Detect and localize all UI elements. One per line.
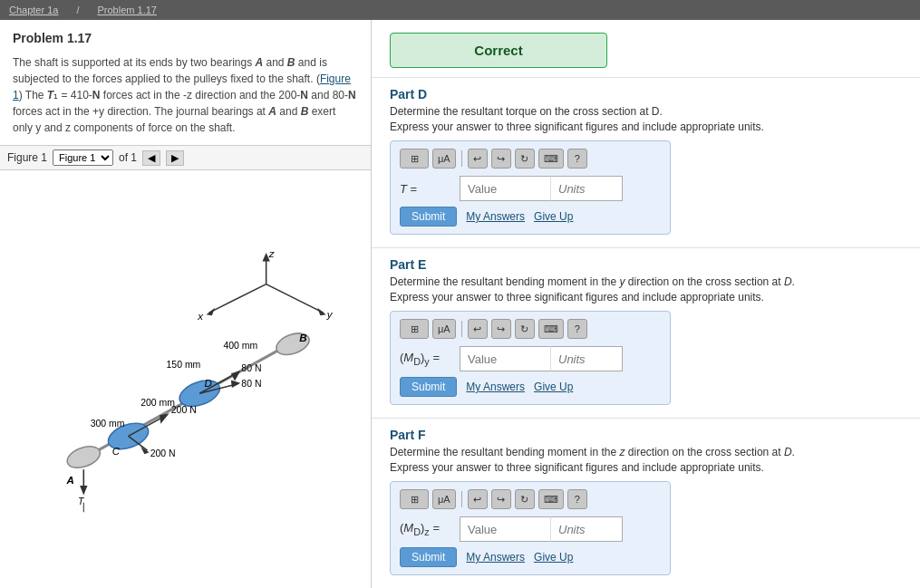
part-e-subtitle: Determine the resultant bending moment i… <box>390 275 902 288</box>
part-d-help-btn[interactable]: ? <box>567 149 587 169</box>
part-f-my-answers-link[interactable]: My Answers <box>466 551 525 564</box>
part-d-value-input[interactable] <box>460 176 550 201</box>
svg-text:200 N: 200 N <box>171 405 197 415</box>
breadcrumb-chapter[interactable]: Chapter 1a <box>9 5 58 15</box>
left-panel: Problem 1.17 The shaft is supported at i… <box>0 20 372 588</box>
part-f-title: Part F <box>390 428 902 442</box>
part-d-subtitle: Determine the resultant torque on the cr… <box>390 105 902 118</box>
part-e-help-btn[interactable]: ? <box>567 319 587 339</box>
part-e-sep1 <box>461 321 462 337</box>
part-f-units-input[interactable] <box>550 516 623 542</box>
part-e-mu-btn[interactable]: μA <box>432 319 456 339</box>
part-e-units-input[interactable] <box>550 346 623 371</box>
svg-marker-30 <box>231 381 240 388</box>
part-e-give-up-link[interactable]: Give Up <box>534 381 573 393</box>
svg-marker-27 <box>231 371 240 381</box>
svg-text:300 mm: 300 mm <box>91 419 125 429</box>
svg-line-6 <box>209 284 266 313</box>
part-e-label: (MD)y = <box>400 351 454 367</box>
part-f-answer-box: ⊞ μA ↩ ↪ ↻ ⌨ ? (MD)z = Submit My Answers <box>390 481 671 575</box>
part-f-matrix-btn[interactable]: ⊞ <box>400 489 429 509</box>
part-f-section: Part F Determine the resultant bending m… <box>372 418 920 588</box>
part-d-toolbar: ⊞ μA ↩ ↪ ↻ ⌨ ? <box>400 149 661 169</box>
part-e-action-row: Submit My Answers Give Up <box>400 377 661 397</box>
part-e-matrix-btn[interactable]: ⊞ <box>400 319 429 339</box>
part-d-undo-btn[interactable]: ↩ <box>468 149 488 169</box>
figure-next-btn[interactable]: ▶ <box>166 150 184 166</box>
svg-line-3 <box>266 284 324 313</box>
part-f-refresh-btn[interactable]: ↻ <box>515 489 535 509</box>
part-d-input-row: T = <box>400 176 661 201</box>
part-d-give-up-link[interactable]: Give Up <box>534 210 573 223</box>
svg-point-10 <box>64 442 103 472</box>
part-f-give-up-link[interactable]: Give Up <box>534 551 573 564</box>
figure-prev-btn[interactable]: ◀ <box>142 150 160 166</box>
part-e-refresh-btn[interactable]: ↻ <box>515 319 535 339</box>
figure-select[interactable]: Figure 1 <box>53 149 113 166</box>
part-f-subtitle: Determine the resultant bending moment i… <box>390 446 902 458</box>
part-e-title: Part E <box>390 257 902 272</box>
part-e-my-answers-link[interactable]: My Answers <box>466 381 525 393</box>
part-e-toolbar: ⊞ μA ↩ ↪ ↻ ⌨ ? <box>400 319 661 339</box>
part-d-my-answers-link[interactable]: My Answers <box>466 210 525 223</box>
part-d-label: T = <box>400 182 454 196</box>
part-d-title: Part D <box>390 87 902 101</box>
part-f-help-btn[interactable]: ? <box>567 489 587 509</box>
figure-panel: Figure 1 Figure 1 of 1 ◀ ▶ z <box>0 145 371 588</box>
part-d-mu-btn[interactable]: μA <box>432 149 456 169</box>
svg-text:x: x <box>197 311 204 322</box>
svg-text:C: C <box>112 446 121 457</box>
part-d-keyboard-btn[interactable]: ⌨ <box>538 149 564 169</box>
svg-text:A: A <box>65 475 73 486</box>
svg-text:200 N: 200 N <box>150 448 176 458</box>
svg-text:y: y <box>326 309 334 320</box>
part-d-matrix-btn[interactable]: ⊞ <box>400 149 429 169</box>
part-f-submit-btn[interactable]: Submit <box>400 547 457 567</box>
part-f-label: (MD)z = <box>400 521 454 537</box>
problem-description: The shaft is supported at its ends by tw… <box>0 51 371 145</box>
svg-text:200 mm: 200 mm <box>140 398 175 408</box>
part-f-redo-btn[interactable]: ↪ <box>491 489 511 509</box>
part-f-undo-btn[interactable]: ↩ <box>468 489 488 509</box>
breadcrumb-problem[interactable]: Problem 1.17 <box>98 5 157 15</box>
part-f-sep1 <box>461 491 462 507</box>
svg-text:150 mm: 150 mm <box>167 360 201 370</box>
correct-banner: Correct <box>390 33 607 68</box>
part-f-action-row: Submit My Answers Give Up <box>400 547 661 567</box>
part-e-section: Part E Determine the resultant bending m… <box>372 247 920 418</box>
part-f-keyboard-btn[interactable]: ⌨ <box>538 489 564 509</box>
svg-marker-7 <box>207 308 215 315</box>
part-d-section: Part D Determine the resultant torque on… <box>372 77 920 247</box>
part-e-redo-btn[interactable]: ↪ <box>491 319 511 339</box>
svg-text:80 N: 80 N <box>241 363 261 373</box>
part-e-value-input[interactable] <box>460 346 550 371</box>
part-e-undo-btn[interactable]: ↩ <box>468 319 488 339</box>
part-f-mu-btn[interactable]: μA <box>432 489 456 509</box>
breadcrumb-separator: / <box>76 5 79 15</box>
part-f-value-input[interactable] <box>460 516 550 542</box>
svg-marker-13 <box>80 486 87 495</box>
figure-of-label: of 1 <box>119 151 137 164</box>
part-d-units-input[interactable] <box>550 176 623 201</box>
part-d-instruction: Express your answer to three significant… <box>390 120 902 133</box>
svg-text:z: z <box>268 248 275 259</box>
figure-svg: z y x A <box>0 170 371 588</box>
figure-label: Figure 1 <box>7 151 47 164</box>
svg-text:B: B <box>299 333 306 343</box>
part-f-input-row: (MD)z = <box>400 516 661 542</box>
part-d-redo-btn[interactable]: ↪ <box>491 149 511 169</box>
part-e-answer-box: ⊞ μA ↩ ↪ ↻ ⌨ ? (MD)y = Submit My Answers <box>390 311 671 405</box>
part-e-instruction: Express your answer to three significant… <box>390 291 902 304</box>
part-d-sep1 <box>461 150 462 167</box>
part-f-toolbar: ⊞ μA ↩ ↪ ↻ ⌨ ? <box>400 489 661 509</box>
problem-title: Problem 1.17 <box>0 20 371 51</box>
svg-marker-4 <box>317 308 325 315</box>
part-d-action-row: Submit My Answers Give Up <box>400 207 661 227</box>
part-d-submit-btn[interactable]: Submit <box>400 207 457 227</box>
part-e-submit-btn[interactable]: Submit <box>400 377 457 397</box>
part-d-refresh-btn[interactable]: ↻ <box>515 149 535 169</box>
part-e-keyboard-btn[interactable]: ⌨ <box>538 319 564 339</box>
svg-text:80 N: 80 N <box>241 379 261 389</box>
part-d-answer-box: ⊞ μA ↩ ↪ ↻ ⌨ ? T = Submit My Answers <box>390 140 671 235</box>
figure-area: z y x A <box>0 170 371 588</box>
